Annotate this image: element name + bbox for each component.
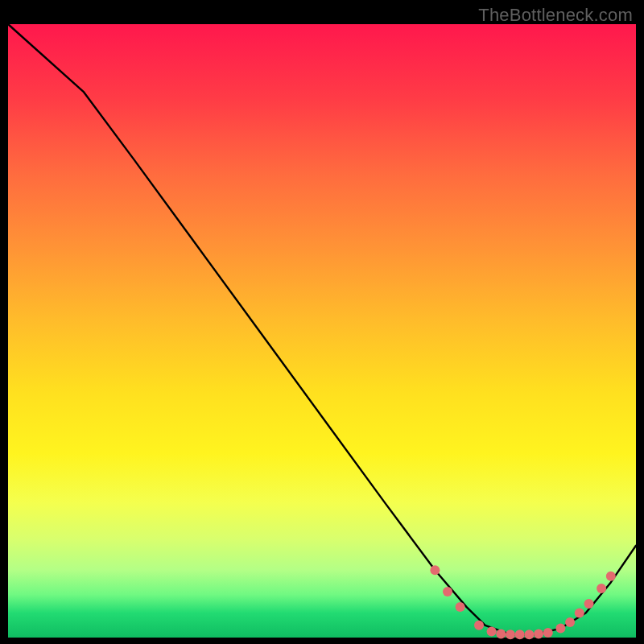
chart-point: [543, 628, 553, 638]
chart-point: [474, 621, 484, 630]
chart-point: [575, 609, 584, 618]
chart-point: [443, 587, 452, 597]
chart-point: [456, 602, 465, 612]
chart-point: [430, 565, 440, 575]
chart-point: [565, 617, 575, 627]
chart-curve: [8, 24, 636, 634]
chart-container: [8, 24, 636, 638]
chart-point: [487, 626, 497, 636]
chart-svg: [8, 24, 636, 638]
chart-points-group: [430, 565, 615, 639]
chart-point: [534, 629, 543, 638]
chart-point: [555, 624, 565, 634]
chart-point: [506, 630, 515, 639]
chart-point: [496, 629, 506, 638]
watermark-text: TheBottleneck.com: [478, 5, 633, 26]
chart-point: [584, 599, 594, 609]
chart-plot-area: [8, 24, 636, 638]
chart-point: [606, 572, 616, 581]
chart-point: [524, 630, 534, 639]
chart-point: [597, 584, 606, 593]
chart-point: [515, 630, 525, 639]
